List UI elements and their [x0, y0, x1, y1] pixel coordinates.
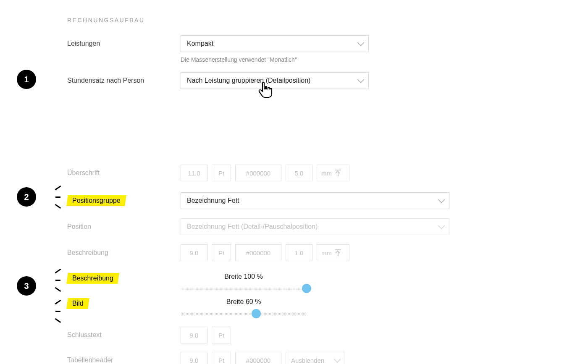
- chevron-down-icon: [438, 196, 445, 203]
- positionsgruppe-select-value: Bezeichnung Fett: [187, 197, 239, 204]
- leistungen-help-text: Die Massenerstellung verwendet "Monatlic…: [181, 56, 571, 63]
- slider-bild-caption: Breite 60 %: [181, 298, 307, 306]
- chevron-down-icon: [357, 76, 365, 83]
- schlusstext-label: Schlusstext: [67, 331, 181, 339]
- stundensatz-select-value: Nach Leistung gruppieren (Detailposition…: [187, 77, 310, 84]
- schlusstext-fontsize-input[interactable]: 9.0: [181, 327, 207, 343]
- stundensatz-label: Stundensatz nach Person: [67, 77, 181, 84]
- chevron-down-icon: [334, 356, 341, 363]
- leistungen-select-value: Kompakt: [187, 40, 213, 47]
- slider-beschreibung-caption: Breite 100 %: [181, 273, 307, 280]
- beschreibung-margin-input[interactable]: 1.0: [286, 244, 312, 261]
- beschreibung-color-input[interactable]: #000000: [235, 244, 281, 261]
- step-badge-2: 2: [17, 187, 36, 207]
- ueberschrift-label: Überschrift: [67, 169, 181, 177]
- step-badge-3: 3: [17, 276, 36, 296]
- slider-thumb[interactable]: [302, 284, 311, 293]
- ueberschrift-margin-unit: mm: [317, 165, 349, 181]
- dotted-gutter: [34, 2, 50, 115]
- section-title: RECHNUNGSAUFBAU: [67, 17, 571, 24]
- position-select-value: Bezeichnung Fett (Detail-/Pauschalpositi…: [187, 223, 318, 230]
- stundensatz-select[interactable]: Nach Leistung gruppieren (Detailposition…: [181, 72, 369, 89]
- tabellenheader-fontunit: Pt: [212, 352, 231, 364]
- positionsgruppe-select[interactable]: Bezeichnung Fett: [181, 192, 449, 209]
- margin-top-icon: [335, 170, 341, 176]
- ueberschrift-margin-input[interactable]: 5.0: [286, 165, 312, 181]
- emphasis-burst: [50, 268, 66, 293]
- beschreibung-label: Beschreibung: [67, 249, 181, 257]
- tabellenheader-visibility-select[interactable]: Ausblenden: [286, 352, 344, 364]
- margin-top-icon: [335, 249, 341, 256]
- ueberschrift-color-input[interactable]: #000000: [235, 165, 281, 181]
- step-badge-1: 1: [17, 70, 36, 89]
- tabellenheader-fontsize-input[interactable]: 9.0: [181, 352, 207, 364]
- slider-bild[interactable]: [181, 309, 307, 318]
- slider-beschreibung-label-highlight: Beschreibung: [66, 273, 119, 284]
- emphasis-burst: [50, 185, 66, 210]
- ueberschrift-fontunit: Pt: [212, 165, 231, 181]
- position-select[interactable]: Bezeichnung Fett (Detail-/Pauschalpositi…: [181, 218, 449, 235]
- beschreibung-fontunit: Pt: [212, 244, 231, 261]
- slider-bild-label-highlight: Bild: [66, 298, 89, 309]
- dotted-gutter: [34, 183, 50, 321]
- emphasis-burst: [50, 299, 66, 324]
- beschreibung-fontsize-input[interactable]: 9.0: [181, 244, 207, 261]
- position-label: Position: [67, 223, 181, 230]
- tabellenheader-color-input[interactable]: #000000: [235, 352, 281, 364]
- beschreibung-margin-unit: mm: [317, 244, 349, 261]
- positionsgruppe-label-highlight: Positionsgruppe: [66, 195, 126, 206]
- slider-beschreibung[interactable]: [181, 284, 307, 293]
- tabellenheader-label: Tabellenheader: [67, 356, 181, 364]
- chevron-down-icon: [438, 222, 445, 229]
- slider-thumb[interactable]: [252, 309, 261, 318]
- leistungen-select[interactable]: Kompakt: [181, 35, 369, 52]
- leistungen-label: Leistungen: [67, 40, 181, 47]
- schlusstext-fontunit: Pt: [212, 327, 231, 343]
- ueberschrift-fontsize-input[interactable]: 11.0: [181, 165, 207, 181]
- chevron-down-icon: [357, 39, 365, 46]
